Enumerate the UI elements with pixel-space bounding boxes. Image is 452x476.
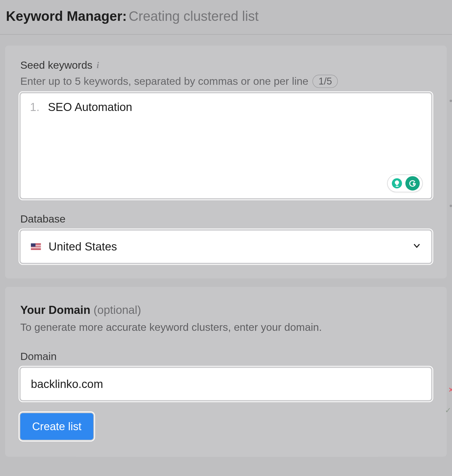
keyword-number: 1. — [30, 101, 40, 114]
domain-heading-text: Your Domain — [20, 304, 90, 317]
indicator-dot — [450, 205, 452, 207]
keyword-count-badge: 1/5 — [313, 75, 338, 88]
side-indicator-dots — [450, 100, 452, 207]
create-list-button[interactable]: Create list — [20, 413, 93, 440]
database-select[interactable]: United States — [20, 230, 431, 263]
database-label: Database — [20, 213, 431, 225]
domain-heading-optional: (optional) — [94, 304, 141, 317]
domain-hint: To generate more accurate keyword cluste… — [20, 321, 431, 333]
seed-keywords-input[interactable]: 1. SEO Automation — [20, 93, 431, 198]
keyword-line: 1. SEO Automation — [30, 101, 422, 114]
seed-keywords-card: Seed keywords i Enter up to 5 keywords, … — [5, 46, 447, 278]
chevron-down-icon — [412, 242, 421, 252]
database-selected-value: United States — [48, 240, 117, 253]
page-header: Keyword Manager: Creating clustered list — [0, 0, 452, 35]
domain-input-wrapper[interactable] — [20, 367, 431, 400]
grammarly-tone-icon[interactable] — [392, 178, 402, 188]
seed-keywords-hint-row: Enter up to 5 keywords, separated by com… — [20, 75, 431, 88]
domain-field-label: Domain — [20, 350, 431, 362]
keyword-text: SEO Automation — [48, 101, 132, 114]
grammarly-icon[interactable] — [405, 176, 420, 190]
x-mark-icon: ✕ — [448, 386, 452, 394]
your-domain-card: Your Domain (optional) To generate more … — [5, 287, 447, 457]
side-validation-marks: ✕ ✓ — [445, 386, 452, 415]
check-mark-icon: ✓ — [445, 406, 451, 415]
info-icon[interactable]: i — [97, 60, 99, 70]
page-title: Keyword Manager: — [6, 8, 127, 24]
domain-heading: Your Domain (optional) — [20, 304, 431, 317]
indicator-dot — [450, 100, 452, 102]
grammarly-widget[interactable] — [387, 174, 423, 192]
us-flag-icon — [31, 243, 41, 250]
seed-keywords-hint: Enter up to 5 keywords, separated by com… — [20, 75, 308, 87]
domain-input[interactable] — [31, 378, 421, 391]
seed-keywords-label: Seed keywords — [20, 59, 92, 71]
page-subtitle: Creating clustered list — [129, 8, 259, 24]
